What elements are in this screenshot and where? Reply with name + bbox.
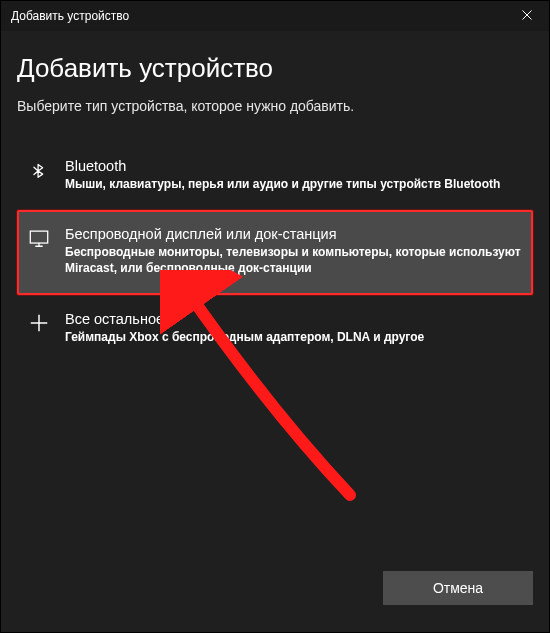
- option-desc: Геймпады Xbox с беспроводным адаптером, …: [65, 329, 523, 345]
- cancel-button[interactable]: Отмена: [383, 571, 533, 605]
- dialog-footer: Отмена: [1, 560, 549, 632]
- page-title: Добавить устройство: [17, 53, 533, 84]
- close-icon: [522, 9, 532, 23]
- option-bluetooth[interactable]: Bluetooth Мыши, клавиатуры, перья или ау…: [17, 142, 533, 210]
- bluetooth-icon: [27, 158, 51, 182]
- option-desc: Беспроводные мониторы, телевизоры и комп…: [65, 244, 523, 276]
- plus-icon: [27, 311, 51, 335]
- svg-rect-0: [30, 231, 47, 243]
- titlebar: Добавить устройство: [1, 1, 549, 31]
- monitor-icon: [27, 226, 51, 250]
- option-title: Беспроводной дисплей или док-станция: [65, 226, 523, 242]
- add-device-dialog: Добавить устройство Добавить устройство …: [0, 0, 550, 633]
- option-title: Все остальное: [65, 311, 523, 327]
- window-title: Добавить устройство: [11, 9, 129, 23]
- option-wireless-display[interactable]: Беспроводной дисплей или док-станция Бес…: [17, 210, 533, 294]
- option-title: Bluetooth: [65, 158, 523, 174]
- close-button[interactable]: [504, 1, 549, 31]
- page-subtitle: Выберите тип устройства, которое нужно д…: [17, 98, 533, 114]
- dialog-content: Добавить устройство Выберите тип устройс…: [1, 31, 549, 560]
- option-everything-else[interactable]: Все остальное Геймпады Xbox с беспроводн…: [17, 295, 533, 363]
- device-type-list: Bluetooth Мыши, клавиатуры, перья или ау…: [17, 142, 533, 363]
- option-desc: Мыши, клавиатуры, перья или аудио и друг…: [65, 176, 523, 192]
